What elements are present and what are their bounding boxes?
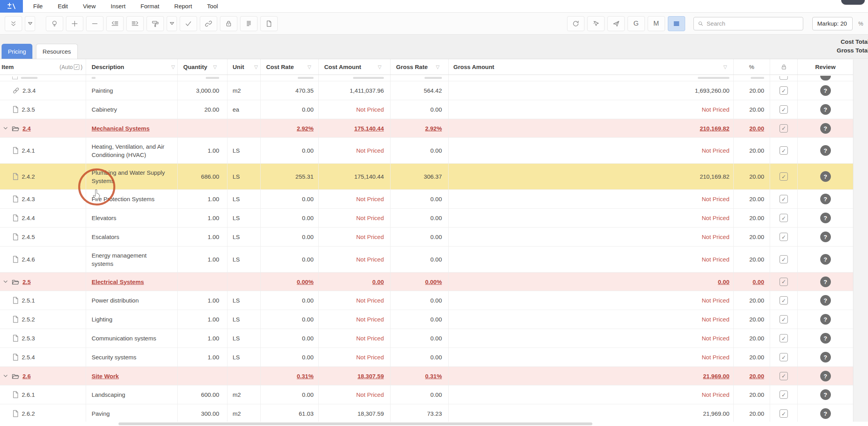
description-cell[interactable]: Landscaping xyxy=(86,385,178,404)
filter-icon[interactable]: ▽ xyxy=(213,64,217,70)
cost-amount-cell[interactable]: 1,411,037.96 xyxy=(319,81,391,100)
description-cell[interactable]: Cabinetry xyxy=(86,100,178,119)
table-row[interactable]: 2.6.2Paving300.00m261.0318,307.5973.2321… xyxy=(0,404,853,423)
description-cell[interactable]: Plumbing and Water Supply Systems xyxy=(86,164,178,189)
percent-cell[interactable]: 20.00 xyxy=(734,348,770,366)
gross-amount-cell[interactable]: 0.00 xyxy=(449,273,734,291)
table-row[interactable]: 2.5.1Power distribution1.00LS0.00Not Pri… xyxy=(0,291,853,310)
table-row[interactable]: 2.6.1Landscaping600.00m20.00Not Priced0.… xyxy=(0,385,853,404)
cost-rate-cell[interactable]: 0.00 xyxy=(261,329,319,348)
menu-item-format[interactable]: Format xyxy=(141,3,160,9)
expand-chevron-icon[interactable] xyxy=(3,374,9,378)
cost-rate-cell[interactable]: 470.35 xyxy=(261,81,319,100)
lock-checkbox[interactable]: ✓ xyxy=(780,105,788,114)
cost-amount-cell[interactable]: 0.00 xyxy=(319,273,391,291)
description-cell[interactable]: Mechanical Systems xyxy=(86,119,178,137)
column-header-quantity[interactable]: Quantity ▽ xyxy=(178,59,227,75)
cost-rate-cell[interactable]: 0.31% xyxy=(261,367,319,385)
cost-amount-cell[interactable]: Not Priced xyxy=(319,329,391,348)
table-row[interactable]: 2.4Mechanical Systems2.92%175,140.442.92… xyxy=(0,119,853,138)
description-cell[interactable]: Communication systems xyxy=(86,329,178,348)
table-row[interactable]: 2.4.4Elevators1.00LS0.00Not Priced0.00No… xyxy=(0,209,853,228)
unit-cell[interactable]: LS xyxy=(227,190,261,208)
gross-amount-cell[interactable]: Not Priced xyxy=(449,385,734,404)
quantity-cell[interactable]: 1.00 xyxy=(178,329,227,348)
gross-rate-cell[interactable]: 306.37 xyxy=(391,164,449,189)
row-lines-button[interactable] xyxy=(668,16,685,31)
quantity-cell[interactable]: 1.00 xyxy=(178,291,227,310)
unit-cell[interactable] xyxy=(227,119,261,137)
column-header-cost-amount[interactable]: Cost Amount ▽ xyxy=(319,59,391,75)
table-row[interactable]: 2.4.3Fire Protection Systems1.00LS0.00No… xyxy=(0,190,853,209)
document-button[interactable] xyxy=(260,16,278,31)
cost-amount-cell[interactable]: Not Priced xyxy=(319,247,391,272)
description-cell[interactable]: Painting xyxy=(86,81,178,100)
review-question-button[interactable]: ? xyxy=(820,145,831,156)
cost-amount-cell[interactable]: Not Priced xyxy=(319,310,391,329)
review-question-button[interactable]: ? xyxy=(820,314,831,325)
filter-icon[interactable]: ▽ xyxy=(254,64,258,70)
paint-roller-button[interactable] xyxy=(147,16,164,31)
lock-checkbox[interactable]: ✓ xyxy=(780,233,788,241)
gross-amount-cell[interactable] xyxy=(449,75,734,81)
unit-cell[interactable] xyxy=(227,367,261,385)
cost-rate-cell[interactable]: 0.00 xyxy=(261,385,319,404)
cost-amount-cell[interactable]: 18,307.59 xyxy=(319,404,391,423)
percent-cell[interactable]: 20.00 xyxy=(734,291,770,310)
description-cell[interactable]: Elevators xyxy=(86,209,178,227)
cost-rate-cell[interactable]: 255.31 xyxy=(261,164,319,189)
lock-checkbox[interactable]: ✓ xyxy=(780,390,788,399)
cost-rate-cell[interactable]: 0.00 xyxy=(261,291,319,310)
unit-cell[interactable]: LS xyxy=(227,348,261,366)
quantity-cell[interactable] xyxy=(178,119,227,137)
lightbulb-button[interactable] xyxy=(46,16,63,31)
gross-amount-cell[interactable]: 210,169.82 xyxy=(449,119,734,137)
gross-rate-cell[interactable]: 0.00 xyxy=(391,385,449,404)
gross-rate-cell[interactable] xyxy=(391,75,449,81)
unit-cell[interactable]: m2 xyxy=(227,404,261,423)
lock-checkbox[interactable]: ✓ xyxy=(780,86,788,95)
search-box[interactable] xyxy=(693,17,803,30)
percent-cell[interactable]: 20.00 xyxy=(734,100,770,119)
gross-amount-cell[interactable]: Not Priced xyxy=(449,190,734,208)
unit-cell[interactable]: LS xyxy=(227,291,261,310)
gross-rate-cell[interactable]: 0.00% xyxy=(391,273,449,291)
percent-cell[interactable]: 20.00 xyxy=(734,404,770,423)
table-row[interactable]: 2.6Site Work0.31%18,307.590.31%21,969.00… xyxy=(0,367,853,385)
table-row[interactable]: 2.5.4Security systems1.00LS0.00Not Price… xyxy=(0,348,853,367)
lock-checkbox[interactable]: ✓ xyxy=(780,334,788,342)
caret-down-button[interactable] xyxy=(25,16,35,31)
gross-amount-cell[interactable]: 1,693,260.00 xyxy=(449,81,734,100)
review-question-button[interactable]: ? xyxy=(820,295,831,306)
column-header-cost-rate[interactable]: Cost Rate ▽ xyxy=(261,59,319,75)
quantity-cell[interactable]: 1.00 xyxy=(178,310,227,329)
table-row[interactable]: 2.3.4Painting3,000.00m2470.351,411,037.9… xyxy=(0,81,853,100)
cost-amount-cell[interactable]: Not Priced xyxy=(319,209,391,227)
menu-item-file[interactable]: File xyxy=(33,3,43,9)
cost-amount-cell[interactable]: Not Priced xyxy=(319,190,391,208)
gross-rate-cell[interactable]: 0.00 xyxy=(391,209,449,227)
column-header-lock[interactable] xyxy=(770,59,798,75)
review-question-button[interactable]: ? xyxy=(820,123,831,134)
quantity-cell[interactable]: 1.00 xyxy=(178,247,227,272)
cost-rate-cell[interactable]: 0.00 xyxy=(261,247,319,272)
review-question-button[interactable]: ? xyxy=(820,85,831,96)
menu-item-report[interactable]: Report xyxy=(174,3,192,9)
cost-amount-cell[interactable]: Not Priced xyxy=(319,291,391,310)
expand-chevron-icon[interactable] xyxy=(3,126,9,131)
column-header-percent[interactable]: % xyxy=(734,59,770,75)
unit-cell[interactable]: LS xyxy=(227,310,261,329)
gross-rate-cell[interactable]: 0.00 xyxy=(391,100,449,119)
search-input[interactable] xyxy=(706,20,798,27)
unit-cell[interactable]: m2 xyxy=(227,81,261,100)
unit-cell[interactable]: LS xyxy=(227,247,261,272)
quantity-cell[interactable]: 1.00 xyxy=(178,209,227,227)
filter-icon[interactable]: ▽ xyxy=(723,64,727,70)
review-question-button[interactable]: ? xyxy=(820,194,831,204)
quantity-cell[interactable]: 686.00 xyxy=(178,164,227,189)
cost-rate-cell[interactable] xyxy=(261,75,319,81)
table-row[interactable]: 2.3.5Cabinetry20.00ea0.00Not Priced0.00N… xyxy=(0,100,853,119)
gross-amount-cell[interactable]: 210,169.82 xyxy=(449,164,734,189)
cost-rate-cell[interactable]: 0.00 xyxy=(261,190,319,208)
gross-rate-cell[interactable]: 0.00 xyxy=(391,228,449,246)
